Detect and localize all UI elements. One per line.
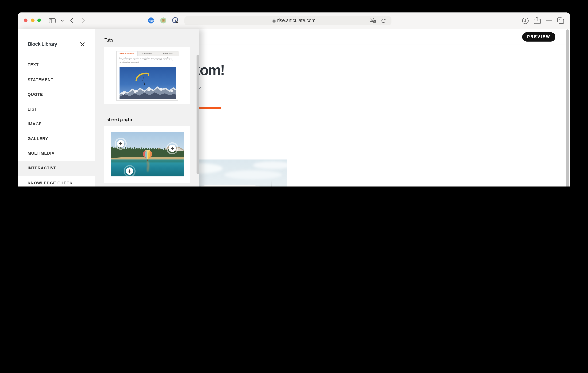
svg-text:ABP: ABP <box>149 20 154 22</box>
svg-text:A: A <box>371 19 373 21</box>
svg-text:x: x <box>374 20 375 22</box>
